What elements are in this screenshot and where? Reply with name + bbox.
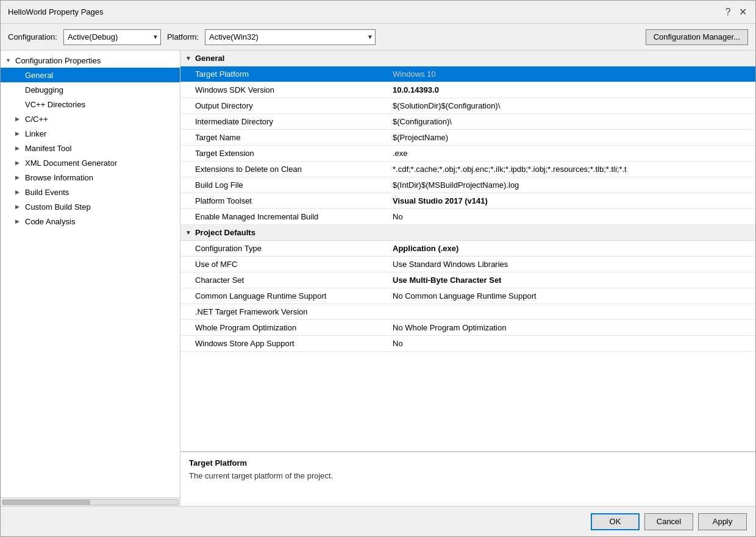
tree-item-cpp[interactable]: ▶C/C++: [1, 112, 180, 126]
main-content: ▼Configuration PropertiesGeneralDebuggin…: [1, 51, 755, 506]
scroll-track: [2, 499, 179, 505]
tree-label-debugging: Debugging: [25, 85, 63, 94]
info-title: Target Platform: [189, 458, 747, 468]
prop-row-target-platform[interactable]: Target PlatformWindows 10: [180, 66, 755, 82]
tree-label-code-analysis: Code Analysis: [25, 217, 75, 226]
platform-select-wrapper: Active(Win32) ▼: [205, 29, 376, 45]
left-scrollbar[interactable]: [1, 497, 180, 506]
tree-label-cpp: C/C++: [25, 115, 48, 124]
prop-row-configuration-type[interactable]: Configuration TypeApplication (.exe): [180, 241, 755, 257]
tree-label-vc-directories: VC++ Directories: [25, 100, 85, 109]
section-header-project-defaults[interactable]: ▼Project Defaults: [180, 225, 755, 241]
title-bar: HelloWorld Property Pages ? ✕: [1, 1, 755, 24]
prop-row-windows-sdk-version[interactable]: Windows SDK Version10.0.14393.0: [180, 82, 755, 98]
prop-name-target-name: Target Name: [180, 133, 388, 142]
prop-row-target-extension[interactable]: Target Extension.exe: [180, 146, 755, 162]
prop-name-windows-sdk-version: Windows SDK Version: [180, 85, 388, 94]
help-button[interactable]: ?: [722, 7, 733, 18]
section-label-general: General: [195, 54, 224, 63]
prop-name-output-directory: Output Directory: [180, 101, 388, 110]
prop-row-build-log-file[interactable]: Build Log File$(IntDir)$(MSBuildProjectN…: [180, 177, 755, 193]
tree-arrow-code-analysis: ▶: [15, 218, 25, 224]
tree-item-browse-info[interactable]: ▶Browse Information: [1, 170, 180, 185]
left-panel: ▼Configuration PropertiesGeneralDebuggin…: [1, 51, 180, 506]
prop-name-platform-toolset: Platform Toolset: [180, 196, 388, 205]
section-header-general[interactable]: ▼General: [180, 51, 755, 66]
tree-arrow-custom-build-step: ▶: [15, 204, 25, 210]
prop-row-extensions-to-delete[interactable]: Extensions to Delete on Clean*.cdf;*.cac…: [180, 162, 755, 177]
tree-item-config-properties[interactable]: ▼Configuration Properties: [1, 53, 180, 68]
prop-value-clr-support: No Common Language Runtime Support: [388, 291, 755, 301]
prop-row-intermediate-directory[interactable]: Intermediate Directory$(Configuration)\: [180, 114, 755, 130]
tree-arrow-cpp: ▶: [15, 116, 25, 122]
prop-row-platform-toolset[interactable]: Platform ToolsetVisual Studio 2017 (v141…: [180, 193, 755, 209]
prop-name-target-extension: Target Extension: [180, 149, 388, 158]
ok-button[interactable]: OK: [591, 513, 640, 530]
prop-value-windows-sdk-version: 10.0.14393.0: [388, 85, 755, 94]
tree-label-custom-build-step: Custom Build Step: [25, 202, 91, 212]
tree-arrow-manifest-tool: ▶: [15, 145, 25, 151]
prop-row-windows-store-app-support[interactable]: Windows Store App SupportNo: [180, 336, 755, 352]
prop-name-use-of-mfc: Use of MFC: [180, 260, 388, 269]
prop-value-target-name: $(ProjectName): [388, 133, 755, 142]
tree-label-build-events: Build Events: [25, 188, 69, 197]
prop-value-character-set: Use Multi-Byte Character Set: [388, 276, 755, 285]
tree-item-debugging[interactable]: Debugging: [1, 82, 180, 97]
prop-row-enable-managed-incremental[interactable]: Enable Managed Incremental BuildNo: [180, 209, 755, 225]
tree-label-manifest-tool: Manifest Tool: [25, 144, 71, 153]
tree-item-general[interactable]: General: [1, 68, 180, 82]
prop-name-configuration-type: Configuration Type: [180, 244, 388, 253]
prop-value-platform-toolset: Visual Studio 2017 (v141): [388, 196, 755, 205]
platform-label: Platform:: [167, 32, 199, 41]
config-select[interactable]: Active(Debug): [63, 29, 161, 45]
prop-row-output-directory[interactable]: Output Directory$(SolutionDir)$(Configur…: [180, 98, 755, 114]
prop-name-net-target-framework: .NET Target Framework Version: [180, 307, 388, 316]
prop-row-net-target-framework[interactable]: .NET Target Framework Version: [180, 304, 755, 320]
prop-row-clr-support[interactable]: Common Language Runtime SupportNo Common…: [180, 288, 755, 304]
prop-value-use-of-mfc: Use Standard Windows Libraries: [388, 260, 755, 269]
info-description: The current target platform of the proje…: [189, 471, 747, 480]
config-label: Configuration:: [8, 32, 57, 41]
tree-arrow-config-properties: ▼: [5, 57, 15, 63]
tree-container: ▼Configuration PropertiesGeneralDebuggin…: [1, 51, 180, 497]
tree-label-xml-doc-gen: XML Document Generator: [25, 158, 117, 168]
cancel-button[interactable]: Cancel: [644, 513, 693, 530]
prop-name-clr-support: Common Language Runtime Support: [180, 291, 388, 301]
bottom-bar: OK Cancel Apply: [1, 506, 755, 536]
prop-value-build-log-file: $(IntDir)$(MSBuildProjectName).log: [388, 180, 755, 190]
tree-item-linker[interactable]: ▶Linker: [1, 126, 180, 141]
section-arrow-general: ▼: [185, 55, 191, 62]
prop-row-whole-program-optimization[interactable]: Whole Program OptimizationNo Whole Progr…: [180, 320, 755, 336]
config-select-wrapper: Active(Debug) ▼: [63, 29, 161, 45]
prop-row-use-of-mfc[interactable]: Use of MFCUse Standard Windows Libraries: [180, 257, 755, 272]
prop-value-whole-program-optimization: No Whole Program Optimization: [388, 323, 755, 332]
prop-row-target-name[interactable]: Target Name$(ProjectName): [180, 130, 755, 146]
tree-item-xml-doc-gen[interactable]: ▶XML Document Generator: [1, 155, 180, 170]
title-controls: ? ✕: [722, 7, 748, 18]
config-bar: Configuration: Active(Debug) ▼ Platform:…: [1, 24, 755, 51]
section-label-project-defaults: Project Defaults: [195, 228, 255, 237]
tree-arrow-browse-info: ▶: [15, 174, 25, 180]
prop-name-extensions-to-delete: Extensions to Delete on Clean: [180, 165, 388, 174]
tree-item-manifest-tool[interactable]: ▶Manifest Tool: [1, 141, 180, 155]
tree-label-config-properties: Configuration Properties: [15, 56, 101, 65]
prop-value-windows-store-app-support: No: [388, 339, 755, 348]
prop-name-whole-program-optimization: Whole Program Optimization: [180, 323, 388, 332]
platform-select[interactable]: Active(Win32): [205, 29, 376, 45]
properties-table: ▼GeneralTarget PlatformWindows 10Windows…: [180, 51, 755, 451]
apply-button[interactable]: Apply: [698, 513, 747, 530]
config-manager-button[interactable]: Configuration Manager...: [646, 29, 748, 45]
tree-label-browse-info: Browse Information: [25, 173, 93, 182]
prop-row-character-set[interactable]: Character SetUse Multi-Byte Character Se…: [180, 272, 755, 288]
tree-item-vc-directories[interactable]: VC++ Directories: [1, 97, 180, 112]
tree-item-code-analysis[interactable]: ▶Code Analysis: [1, 214, 180, 229]
tree-item-custom-build-step[interactable]: ▶Custom Build Step: [1, 199, 180, 214]
close-button[interactable]: ✕: [737, 7, 748, 18]
property-pages-dialog: HelloWorld Property Pages ? ✕ Configurat…: [0, 0, 756, 537]
prop-value-configuration-type: Application (.exe): [388, 244, 755, 253]
prop-name-enable-managed-incremental: Enable Managed Incremental Build: [180, 212, 388, 221]
prop-value-target-platform: Windows 10: [388, 69, 755, 79]
prop-value-intermediate-directory: $(Configuration)\: [388, 117, 755, 126]
prop-name-intermediate-directory: Intermediate Directory: [180, 117, 388, 126]
tree-item-build-events[interactable]: ▶Build Events: [1, 185, 180, 199]
